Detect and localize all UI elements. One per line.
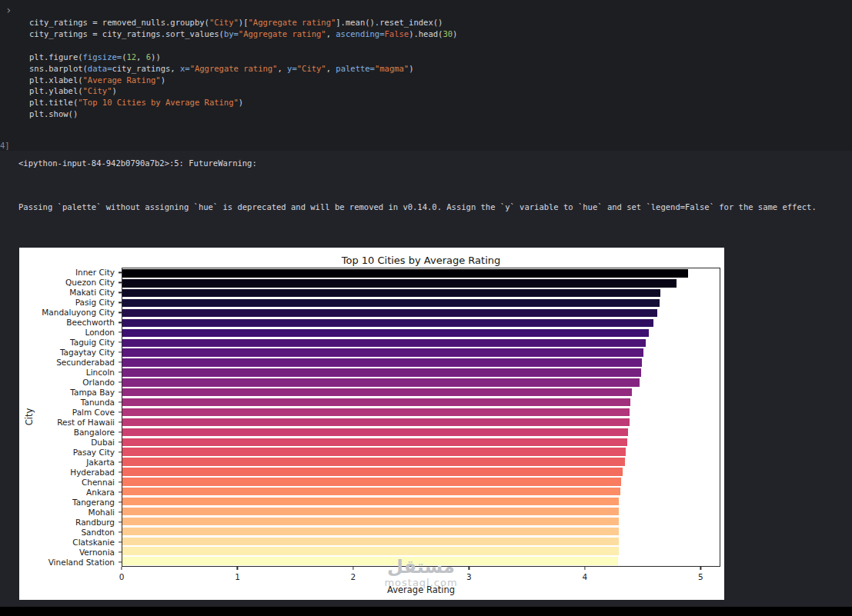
xtick-label: 0: [119, 572, 125, 581]
xtick-mark: [352, 567, 353, 570]
ytick-label: Sandton: [81, 528, 115, 537]
ytick-label: Jakarta: [86, 458, 115, 467]
plot-area: [122, 268, 720, 567]
ytick-label: Mandaluyong City: [42, 308, 115, 317]
ytick-label: Taguig City: [70, 338, 115, 347]
code-line: plt.title("Top 10 Cities by Average Rati…: [29, 97, 457, 108]
code-line: plt.ylabel("City"): [29, 85, 457, 97]
bar-beechworth: [122, 319, 653, 327]
ytick-label: Orlando: [82, 378, 115, 387]
ytick-label: Ankara: [86, 488, 115, 497]
bar-vineland-station: [122, 557, 618, 564]
xtick-mark: [237, 567, 238, 570]
ytick-label: Beechworth: [66, 318, 115, 327]
xtick-label: 4: [583, 572, 588, 581]
ytick-label: Bangalore: [74, 428, 115, 437]
ytick-label: Tangerang: [72, 498, 115, 507]
code-line: plt.xlabel("Average Rating"): [29, 75, 457, 86]
ytick-label: Makati City: [69, 288, 115, 297]
bar-dubai: [122, 438, 627, 446]
xtick-mark: [700, 567, 701, 570]
bar-chennai: [122, 478, 621, 485]
ytick-label: Rest of Hawaii: [57, 418, 115, 427]
bar-secunderabad: [122, 358, 642, 366]
code-cell: › city_ratings = removed_nulls.groupby("…: [0, 0, 852, 151]
ytick-label: Inner City: [75, 268, 115, 277]
bar-sandton: [122, 528, 619, 535]
ytick-label: Tagaytay City: [60, 348, 115, 357]
xtick-label: 3: [466, 572, 472, 581]
execution-count-label: 4]: [0, 141, 10, 150]
ytick-label: Pasay City: [73, 448, 115, 457]
chart-title: Top 10 Cities by Average Rating: [122, 255, 720, 266]
chart-xlabel: Average Rating: [122, 584, 720, 595]
bar-rest-of-hawaii: [122, 418, 630, 426]
ytick-label: Dubai: [91, 438, 115, 447]
xtick-label: 2: [351, 572, 356, 581]
bar-jakarta: [122, 458, 625, 465]
bar-inner-city: [122, 269, 688, 277]
ytick-label: Mohali: [89, 508, 115, 517]
bar-mohali: [122, 508, 619, 515]
ytick-label: London: [85, 328, 115, 337]
ytick-label: Tanunda: [81, 398, 115, 407]
ytick-label: Randburg: [75, 518, 115, 527]
cell-output: <ipython-input-84-942b0790a7b2>:5: Futur…: [0, 151, 852, 607]
bar-lincoln: [122, 368, 641, 376]
bar-tangerang: [122, 498, 619, 505]
bar-pasay-city: [122, 448, 626, 455]
bar-bangalore: [122, 428, 628, 436]
code-line: plt.show(): [29, 108, 457, 120]
code-line: city_ratings = city_ratings.sort_values(…: [29, 28, 457, 40]
code-line: city_ratings = removed_nulls.groupby("Ci…: [29, 17, 457, 28]
xtick-mark: [121, 567, 122, 570]
bar-randburg: [122, 518, 619, 525]
ytick-label: Lincoln: [86, 368, 115, 377]
xtick-mark: [469, 567, 469, 570]
bar-quezon-city: [122, 279, 677, 287]
bottom-bar: [0, 607, 852, 616]
warning-message-text: Passing `palette` without assigning `hue…: [18, 202, 817, 211]
bar-taguig-city: [122, 339, 646, 347]
ytick-label: Pasig City: [75, 298, 115, 307]
chart-figure: Top 10 Cities by Average Rating City Inn…: [19, 248, 724, 600]
xtick-label: 5: [698, 572, 703, 581]
ytick-label: Palm Cove: [72, 408, 115, 417]
xtick-label: 1: [235, 572, 240, 581]
code-line: [29, 40, 457, 52]
bar-ankara: [122, 488, 620, 495]
code-line: plt.figure(figsize=(12, 6)): [29, 52, 457, 63]
warning-source-text: <ipython-input-84-942b0790a7b2>:5: Futur…: [18, 158, 257, 168]
cell-collapse-chevron-icon[interactable]: ›: [5, 4, 12, 16]
bar-tanunda: [122, 398, 630, 406]
bar-palm-cove: [122, 408, 630, 416]
ytick-label: Hyderabad: [70, 468, 115, 477]
bar-clatskanie: [122, 538, 619, 545]
bar-vernonia: [122, 547, 619, 554]
bar-mandaluyong-city: [122, 309, 657, 317]
bar-london: [122, 329, 649, 337]
bar-hyderabad: [122, 468, 623, 475]
code-editor[interactable]: city_ratings = removed_nulls.groupby("Ci…: [29, 17, 457, 120]
bar-makati-city: [122, 289, 660, 297]
code-line: sns.barplot(data=city_ratings, x="Aggreg…: [29, 63, 457, 75]
xtick-mark: [584, 567, 585, 570]
bar-tampa-bay: [122, 388, 632, 396]
ytick-label: Tampa Bay: [70, 388, 115, 397]
bar-orlando: [122, 378, 640, 386]
ytick-label: Secunderabad: [56, 358, 115, 367]
ytick-label: Vernonia: [79, 548, 115, 557]
ytick-label: Clatskanie: [72, 538, 115, 547]
bar-tagaytay-city: [122, 348, 643, 356]
ytick-label: Vineland Station: [48, 558, 115, 567]
ytick-label: Chennai: [82, 478, 115, 487]
ytick-label: Quezon City: [65, 278, 115, 287]
y-axis-labels: Inner CityQuezon CityMakati CityPasig Ci…: [19, 268, 122, 567]
bar-pasig-city: [122, 299, 660, 307]
